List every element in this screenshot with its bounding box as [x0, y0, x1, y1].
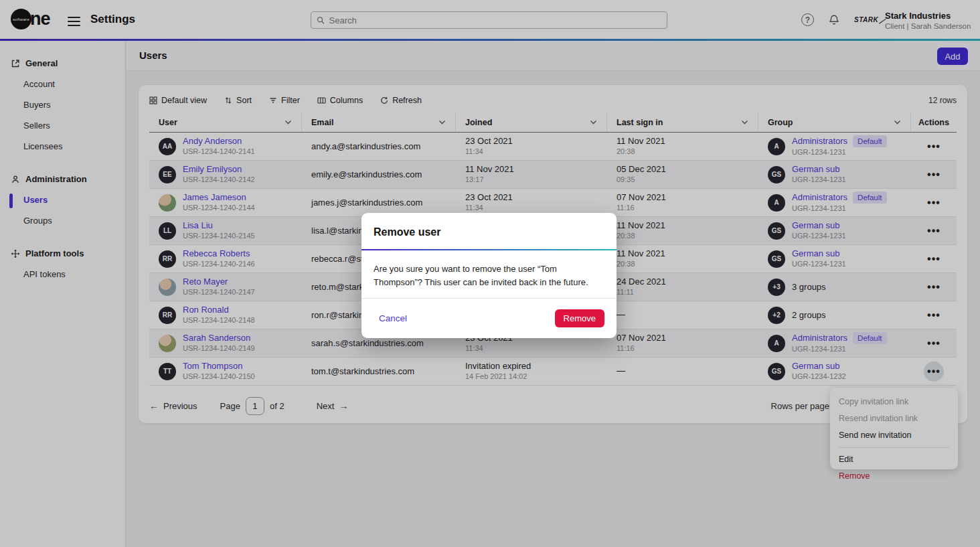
modal-body-text: Are you sure you want to remove the user…	[361, 250, 617, 289]
remove-user-modal: Remove user Are you sure you want to rem…	[361, 213, 617, 338]
modal-footer: Cancel Remove	[361, 298, 617, 338]
cancel-button[interactable]: Cancel	[374, 313, 407, 323]
app-root: software ne Settings ? STARK Stark Indus…	[0, 0, 980, 547]
remove-confirm-button[interactable]: Remove	[555, 309, 604, 327]
modal-title: Remove user	[361, 213, 617, 249]
